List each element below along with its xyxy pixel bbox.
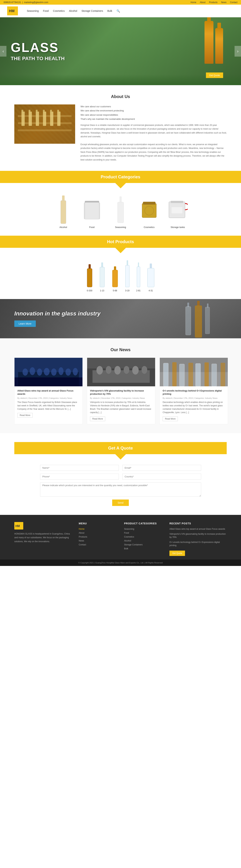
nav-storage[interactable]: Storage Containers bbox=[81, 9, 103, 12]
footer-cat-alcohol[interactable]: Alcohol bbox=[124, 539, 131, 542]
nav-alcohol[interactable]: Alcohol bbox=[69, 9, 77, 12]
about-description: Hongmai Glass is a reliable manufacturer… bbox=[81, 123, 227, 162]
topnav-home[interactable]: Home bbox=[191, 1, 196, 4]
footer-nav-about[interactable]: About bbox=[79, 532, 84, 534]
footer-cat-storage[interactable]: Storage Containers bbox=[124, 544, 142, 546]
hot-products-arrow bbox=[115, 248, 126, 253]
hot-products-grid: 0-330 1-13 5-68 3-19 bbox=[0, 253, 241, 299]
learn-more-button[interactable]: Learn More bbox=[14, 320, 36, 327]
footer-cat-seasoning[interactable]: Seasoning bbox=[124, 528, 134, 530]
footer: HM HONGMAI GLASS is headquartered in Gua… bbox=[0, 515, 241, 559]
hero-get-quote-button[interactable]: Get Quote bbox=[206, 72, 223, 78]
hero-section: GLASS THE PATH TO HEALTH Get Quote ‹ › bbox=[0, 17, 241, 85]
footer-nav-news[interactable]: News bbox=[79, 539, 84, 542]
product-item-seasoning[interactable]: Seasoning bbox=[110, 195, 131, 228]
topnav-news[interactable]: News bbox=[221, 1, 226, 4]
product-cosmetics-image bbox=[138, 195, 160, 224]
name-input[interactable] bbox=[40, 465, 119, 471]
footer-recent-posts-title: RECENT POSTS bbox=[169, 522, 227, 525]
topnav-products[interactable]: Products bbox=[209, 1, 217, 4]
svg-point-56 bbox=[23, 369, 28, 376]
recent-post-2[interactable]: Vidroporto's IVN glassmaking facility to… bbox=[169, 532, 227, 539]
hot-product-2-81[interactable]: 2-81 bbox=[136, 262, 141, 292]
email-input[interactable] bbox=[123, 465, 201, 471]
svg-rect-39 bbox=[114, 266, 116, 270]
innovation-text: Innovation in the glass industry Learn M… bbox=[14, 310, 101, 327]
product-item-alcohol[interactable]: Alcohol bbox=[53, 195, 74, 228]
hot-product-4-31[interactable]: 4-31 bbox=[146, 264, 155, 292]
svg-point-58 bbox=[37, 369, 42, 376]
innovation-bottles bbox=[184, 299, 223, 338]
footer-nav-home[interactable]: Home bbox=[79, 528, 84, 530]
svg-rect-82 bbox=[212, 364, 217, 386]
svg-rect-35 bbox=[87, 269, 92, 287]
svg-rect-48 bbox=[187, 303, 189, 307]
phone-input[interactable] bbox=[40, 474, 119, 479]
topnav-contact[interactable]: Contact bbox=[230, 1, 237, 4]
recent-post-1[interactable]: Allied Glass wins top award at annual Gl… bbox=[169, 527, 227, 531]
nav-food[interactable]: Food bbox=[43, 9, 49, 12]
search-icon[interactable]: 🔍 bbox=[116, 9, 120, 13]
read-more-button-3[interactable]: Read More bbox=[163, 416, 178, 421]
footer-nav-products[interactable]: Products bbox=[79, 535, 87, 538]
svg-point-73 bbox=[141, 366, 147, 374]
svg-rect-9 bbox=[29, 110, 30, 112]
news-title: Our News bbox=[14, 347, 227, 352]
nav-bulk[interactable]: Bulk bbox=[107, 9, 112, 12]
svg-rect-25 bbox=[117, 202, 124, 223]
svg-rect-13 bbox=[43, 110, 45, 112]
form-field-phone bbox=[40, 474, 119, 479]
svg-rect-38 bbox=[100, 267, 105, 287]
copyright-text: © Copyright 2021 | GuangZhou HongMai Gla… bbox=[78, 562, 163, 564]
hero-next-button[interactable]: › bbox=[235, 46, 241, 57]
message-textarea[interactable] bbox=[40, 483, 201, 497]
product-label-alcohol: Alcohol bbox=[53, 226, 74, 228]
svg-text:HM: HM bbox=[9, 9, 15, 13]
email-address: marketing@glasshm.com bbox=[24, 1, 48, 4]
footer-cat-bulk[interactable]: Bulk bbox=[124, 547, 128, 550]
footer-cat-cosmetics[interactable]: Cosmetics bbox=[124, 535, 134, 538]
hot-product-3-19[interactable]: 3-19 bbox=[124, 260, 130, 292]
svg-rect-47 bbox=[148, 268, 154, 287]
svg-point-72 bbox=[132, 366, 139, 375]
footer-cat-food[interactable]: Food bbox=[124, 532, 129, 534]
quote-banner: Get A Quote bbox=[14, 442, 227, 454]
read-more-button-1[interactable]: Read More bbox=[17, 413, 32, 417]
hot-product-1-13[interactable]: 1-13 bbox=[99, 262, 106, 292]
footer-get-quote-button[interactable]: Get Quote bbox=[169, 551, 185, 556]
hot-label-2-81: 2-81 bbox=[136, 289, 141, 292]
product-seasoning-image bbox=[110, 195, 131, 224]
svg-rect-32 bbox=[171, 201, 183, 203]
svg-point-59 bbox=[44, 368, 50, 375]
product-item-food[interactable]: Food bbox=[81, 195, 103, 228]
hero-subtitle: THE PATH TO HEALTH bbox=[11, 56, 64, 61]
submit-button[interactable]: Send bbox=[112, 499, 129, 506]
footer-about: HM HONGMAI GLASS is headquartered in Gua… bbox=[14, 522, 72, 556]
hot-label-3-19: 3-19 bbox=[124, 289, 130, 292]
product-storage-image bbox=[167, 195, 189, 224]
product-item-cosmetics[interactable]: Cosmetics bbox=[138, 195, 160, 228]
hero-prev-button[interactable]: ‹ bbox=[0, 46, 6, 57]
about-content: We care about our customers We care abou… bbox=[14, 104, 227, 162]
country-input[interactable] bbox=[123, 474, 201, 479]
svg-rect-40 bbox=[112, 270, 118, 287]
logo-icon: HM bbox=[7, 6, 18, 16]
nav-cosmetics[interactable]: Cosmetics bbox=[53, 9, 64, 12]
recent-post-3[interactable]: O-I unveils technology behind O-I Expres… bbox=[169, 540, 227, 547]
nav-seasoning[interactable]: Seasoning bbox=[27, 9, 38, 12]
svg-rect-77 bbox=[172, 362, 177, 386]
product-grid: Alcohol Food Seasoning bbox=[0, 188, 241, 236]
footer-menu: MENU Home About Products News Contact bbox=[79, 522, 117, 556]
topnav-about[interactable]: About bbox=[200, 1, 206, 4]
svg-rect-42 bbox=[127, 260, 128, 266]
news-section: Our News bbox=[0, 338, 241, 433]
product-item-storage[interactable]: Storage tanks bbox=[167, 195, 189, 228]
svg-rect-15 bbox=[50, 110, 52, 112]
news-card-2: Vidroporto's IVN glassmaking facility to… bbox=[87, 358, 155, 424]
hot-product-5-68[interactable]: 5-68 bbox=[111, 266, 119, 292]
read-more-button-2[interactable]: Read More bbox=[90, 416, 105, 421]
footer-nav-contact[interactable]: Contact bbox=[79, 544, 86, 546]
hot-product-0-330[interactable]: 0-330 bbox=[86, 264, 93, 292]
svg-rect-49 bbox=[186, 307, 191, 335]
top-bar-contact: 008620-87784131 | marketing@glasshm.com bbox=[4, 1, 48, 4]
